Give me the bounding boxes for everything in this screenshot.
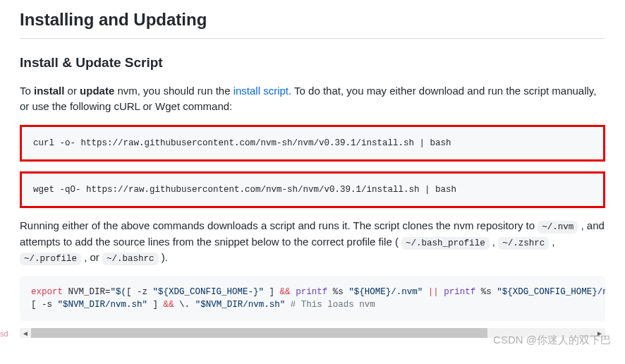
explanation-paragraph: Running either of the above commands dow… (20, 218, 605, 266)
subsection-heading: Install & Update Script (20, 53, 605, 73)
path-zshrc: ~/.zshrc (498, 237, 549, 250)
install-script-link[interactable]: install script (233, 85, 289, 97)
path-nvm: ~/.nvm (538, 221, 578, 233)
scroll-right-icon[interactable]: ► (594, 328, 605, 338)
wget-command-block: wget -qO- https://raw.githubusercontent.… (20, 171, 605, 208)
intro-paragraph: To install or update nvm, you should run… (20, 83, 605, 115)
curl-command-block: curl -o- https://raw.githubusercontent.c… (20, 125, 605, 162)
profile-snippet-block: export NVM_DIR="$([ -z "${XDG_CONFIG_HOM… (20, 276, 605, 321)
scrollbar-thumb[interactable] (31, 328, 487, 338)
section-heading: Installing and Updating (20, 7, 605, 39)
side-mark: sd (0, 328, 8, 340)
path-bashrc: ~/.bashrc (102, 253, 159, 265)
code-scrollbar[interactable]: ◄ ► (20, 328, 605, 338)
path-bash-profile: ~/.bash_profile (401, 237, 490, 250)
path-profile: ~/.profile (20, 253, 81, 265)
scroll-left-icon[interactable]: ◄ (20, 328, 31, 338)
